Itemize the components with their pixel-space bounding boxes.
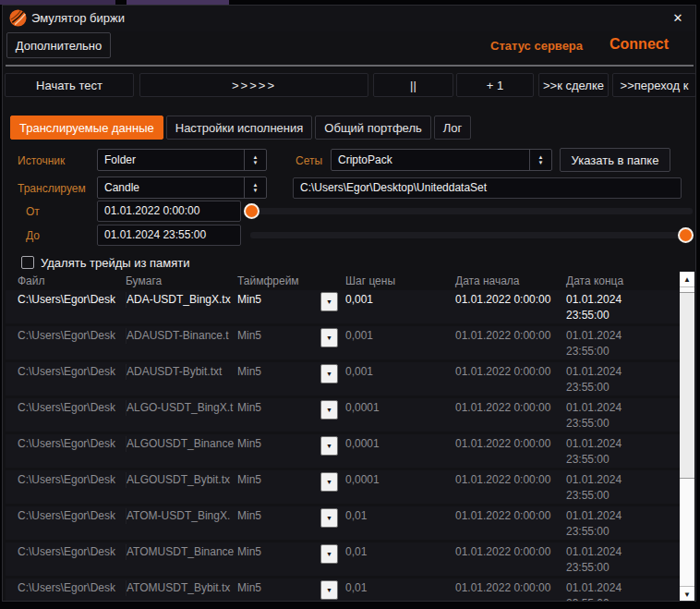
toolbar-button[interactable]: >>>>> (139, 73, 368, 97)
server-status-label[interactable]: Статус сервера (490, 39, 583, 53)
cell-file: C:\Users\Egor\Desk (18, 544, 123, 560)
scrollbar-thumb[interactable] (680, 292, 694, 479)
table-row[interactable]: C:\Users\Egor\Desk ATOMUSDT_Bybit.tx Min… (6, 579, 680, 602)
table-row[interactable]: C:\Users\Egor\Desk ADAUSDT-Bybit.txt Min… (6, 362, 680, 396)
cell-end-date: 01.01.2024 23:55:00 (566, 400, 633, 432)
spinner-icon[interactable]: ▲▼ (244, 150, 266, 170)
cell-paper: ADAUSDT-Bybit.txt (126, 364, 235, 380)
from-slider-thumb[interactable] (244, 203, 259, 219)
cell-end-date: 01.01.2024 23:55:00 (566, 580, 633, 602)
source-value: Folder (104, 153, 136, 166)
toolbar-button[interactable]: >>переход к (612, 73, 696, 97)
column-header-paper[interactable]: Бумага (126, 274, 162, 287)
to-date-field[interactable]: 01.01.2024 23:55:00 (97, 225, 241, 246)
cell-end-date: 01.01.2024 23:55:00 (566, 292, 633, 323)
table-row[interactable]: C:\Users\Egor\Desk ATOM-USDT_BingX. Min5… (6, 506, 680, 540)
cell-file: C:\Users\Egor\Desk (18, 292, 123, 308)
cell-step: 0,0001 (345, 400, 449, 416)
title-bar: Эмулятор биржи ✕ (3, 6, 695, 31)
table-row[interactable]: C:\Users\Egor\Desk ALGOUSDT_Bybit.tx Min… (6, 470, 680, 504)
cell-end-date: 01.01.2024 23:55:00 (566, 364, 633, 396)
cell-timeframe: Min5 (237, 508, 317, 524)
vertical-scrollbar[interactable]: ▲ ▼ (680, 272, 694, 602)
cell-file: C:\Users\Egor\Desk (18, 472, 123, 488)
scroll-down-icon[interactable]: ▼ (680, 586, 694, 602)
price-step-dropdown[interactable]: ▼ (320, 544, 338, 564)
cell-end-date: 01.01.2024 23:55:00 (566, 436, 633, 468)
column-header-end[interactable]: Дата конца (566, 274, 623, 287)
cell-file: C:\Users\Egor\Desk (18, 580, 123, 596)
cell-timeframe: Min5 (237, 472, 317, 488)
divider (6, 65, 694, 67)
price-step-dropdown[interactable]: ▼ (320, 400, 338, 420)
cell-end-date: 01.01.2024 23:55:00 (566, 544, 633, 576)
cell-start-date: 01.01.2022 0:00:00 (455, 328, 562, 344)
cell-start-date: 01.01.2022 0:00:00 (455, 580, 562, 596)
cell-end-date: 01.01.2024 23:55:00 (566, 508, 633, 540)
tab-bar: Транслируемые данные Настройки исполнени… (10, 116, 471, 140)
cell-file: C:\Users\Egor\Desk (18, 436, 123, 452)
cell-paper: ALGOUSDT_Bybit.tx (126, 472, 235, 488)
cell-file: C:\Users\Egor\Desk (18, 400, 123, 416)
cell-start-date: 01.01.2022 0:00:00 (455, 400, 562, 416)
price-step-dropdown[interactable]: ▼ (320, 508, 338, 528)
advanced-button[interactable]: Дополнительно (6, 32, 111, 58)
from-date-field[interactable]: 01.01.2022 0:00:00 (97, 201, 241, 222)
tab[interactable]: Настройки исполнения (166, 116, 313, 140)
table-row[interactable]: C:\Users\Egor\Desk ADAUSDT-Binance.t Min… (6, 326, 680, 359)
table-body: C:\Users\Egor\Desk ADA-USDT_BingX.tx Min… (6, 290, 694, 602)
price-step-dropdown[interactable]: ▼ (320, 292, 338, 311)
spinner-icon[interactable]: ▲▼ (244, 177, 266, 198)
cell-start-date: 01.01.2022 0:00:00 (455, 544, 562, 560)
cell-step: 0,0001 (345, 436, 449, 452)
scroll-up-icon[interactable]: ▲ (680, 272, 694, 287)
table-row[interactable]: C:\Users\Egor\Desk ALGO-USDT_BingX.t Min… (6, 398, 680, 432)
connect-button[interactable]: Connect (609, 36, 669, 53)
toolbar-button[interactable]: >>к сделке (538, 73, 609, 97)
dataset-path-field[interactable]: C:\Users\Egor\Desktop\UniteddataSet (293, 177, 682, 199)
cell-paper: ADA-USDT_BingX.tx (126, 292, 235, 308)
close-icon[interactable]: ✕ (669, 9, 687, 28)
source-label: Источник (18, 154, 65, 167)
table-row[interactable]: C:\Users\Egor\Desk ALGOUSDT_Binance Min5… (6, 434, 680, 468)
tab[interactable]: Транслируемые данные (10, 116, 163, 140)
column-header-timeframe[interactable]: Таймфрейм (237, 274, 299, 287)
delete-trades-checkbox[interactable] (21, 256, 34, 269)
cell-paper: ATOM-USDT_BingX. (126, 508, 235, 524)
tab[interactable]: Лог (434, 116, 472, 140)
price-step-dropdown[interactable]: ▼ (320, 580, 338, 600)
tab[interactable]: Общий портфель (315, 116, 430, 140)
column-header-step[interactable]: Шаг цены (345, 274, 395, 287)
delete-trades-checkbox-row: Удалять трейды из памяти (21, 254, 190, 271)
cell-timeframe: Min5 (237, 544, 317, 560)
toolbar-button[interactable]: || (373, 73, 453, 97)
menu-bar: Дополнительно Статус сервера Connect (3, 31, 695, 62)
price-step-dropdown[interactable]: ▼ (320, 364, 338, 384)
to-slider-thumb[interactable] (678, 227, 694, 243)
sets-select[interactable]: CriptoPack ▲▼ (331, 149, 552, 171)
translate-select[interactable]: Candle ▲▼ (97, 177, 267, 199)
app-logo-icon (9, 9, 27, 27)
toolbar-button[interactable]: + 1 (456, 73, 534, 97)
delete-trades-label: Удалять трейды из памяти (41, 256, 190, 270)
column-header-start[interactable]: Дата начала (455, 274, 520, 287)
cell-timeframe: Min5 (237, 364, 317, 380)
cell-paper: ADAUSDT-Binance.t (126, 328, 235, 344)
price-step-dropdown[interactable]: ▼ (320, 472, 338, 492)
toolbar-button[interactable]: Начать тест (5, 73, 134, 97)
source-select[interactable]: Folder ▲▼ (97, 149, 267, 171)
cell-start-date: 01.01.2022 0:00:00 (455, 436, 562, 452)
data-table: Файл Бумага Таймфрейм Шаг цены Дата нача… (6, 272, 694, 602)
app-window: Эмулятор биржи ✕ Дополнительно Статус се… (2, 5, 696, 602)
from-slider-track[interactable] (250, 208, 693, 214)
cell-file: C:\Users\Egor\Desk (18, 508, 123, 524)
to-slider-track[interactable] (250, 232, 693, 238)
table-row[interactable]: C:\Users\Egor\Desk ADA-USDT_BingX.tx Min… (6, 290, 680, 323)
select-folder-button[interactable]: Указать в папке (560, 148, 670, 172)
column-header-file[interactable]: Файл (18, 274, 45, 287)
table-row[interactable]: C:\Users\Egor\Desk ATOMUSDT_Binance Min5… (6, 542, 680, 576)
spinner-icon[interactable]: ▲▼ (529, 150, 551, 170)
price-step-dropdown[interactable]: ▼ (320, 436, 338, 456)
price-step-dropdown[interactable]: ▼ (320, 328, 338, 347)
cell-step: 0,01 (345, 580, 449, 596)
